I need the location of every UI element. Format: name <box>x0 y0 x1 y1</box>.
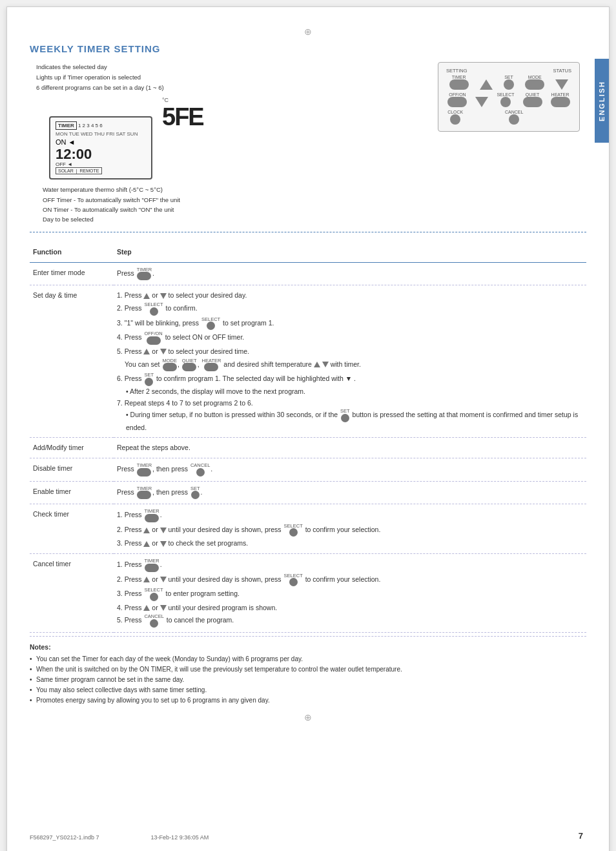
table-row: Set day & time 1. Press or to select you… <box>30 285 586 438</box>
select-btn-inline: SELECT <box>144 302 163 316</box>
timer-oval-check <box>145 514 159 522</box>
down-arrow-button-top[interactable] <box>555 79 568 90</box>
timer-oval-cancel <box>145 564 159 572</box>
setting-label: SETTING <box>446 68 467 74</box>
step-line: 3. Press SELECT to enter program setting… <box>117 588 583 601</box>
select-cancel: SELECT <box>284 573 303 587</box>
quiet-button[interactable] <box>523 97 542 107</box>
annot-bottom-2: OFF Timer - To automatically switch "OFF… <box>43 195 425 205</box>
timer-btn-wrap: TIMER <box>449 75 469 90</box>
select-button[interactable] <box>500 97 511 107</box>
footer-file: F568297_YS0212-1.indb 7 <box>30 834 99 841</box>
step-line: 7. Repeat steps 4 to 7 to set programs 2… <box>117 398 583 409</box>
down-check2 <box>160 541 167 547</box>
heater-btn-label: HEATER <box>551 92 570 97</box>
set-btn-label: SET <box>504 75 513 79</box>
down-btn-wrap-top <box>555 79 568 90</box>
timer-label-check: TIMER <box>144 509 159 514</box>
set-label-inline2: SET <box>340 409 350 414</box>
display-time-row: 12:00 <box>56 147 146 161</box>
select-circle-enter-prog <box>150 593 158 601</box>
main-table: Function Step Enter timer mode Press TIM… <box>30 242 586 633</box>
remote-row1: TIMER SET MODE <box>444 75 574 90</box>
timer-btn-label: TIMER <box>452 75 466 79</box>
mode-inline: MODE <box>162 358 177 372</box>
down-arrow <box>160 293 167 299</box>
quiet-label-inline: QUIET <box>182 358 197 364</box>
set-button[interactable] <box>504 79 514 90</box>
side-tab: ENGLISH <box>595 59 609 143</box>
select-enter-prog: SELECT <box>144 588 163 601</box>
up-btn-wrap <box>480 79 493 90</box>
diagram-section: Indicates the selected day Lights up if … <box>30 62 586 232</box>
diagram-top-annotations: Indicates the selected day Lights up if … <box>36 62 425 93</box>
off-label: OFF ◄ <box>56 161 146 167</box>
step-line: 5. Press or to select your desired time. <box>117 346 583 357</box>
header-step: Step <box>114 242 586 262</box>
step-cell: 1. Press TIMER . 2. Press or until your … <box>114 554 586 633</box>
heater-button[interactable] <box>551 97 570 107</box>
offon-oval <box>147 336 161 345</box>
mode-btn-wrap: MODE <box>525 75 544 90</box>
function-cell: Check timer <box>30 504 114 554</box>
timer-label-inline: TIMER <box>137 267 152 272</box>
step-cell: Repeat the steps above. <box>114 438 586 458</box>
display-days: MON TUE WED THU FRI SAT SUN <box>56 131 146 137</box>
step-line: 3. "1" will be blinking, press SELECT to… <box>117 317 583 331</box>
select-circle-check <box>289 528 298 537</box>
step-line: 5. Press CANCEL to cancel the program. <box>117 614 583 628</box>
timer-oval <box>137 272 151 280</box>
timer-button[interactable] <box>449 79 469 90</box>
sep: | <box>76 169 77 173</box>
table-row: Enable timer Press TIMER , then press SE… <box>30 481 586 504</box>
annot-bottom-4: Day to be selected <box>43 214 425 224</box>
side-tab-label: ENGLISH <box>598 81 606 121</box>
timer-oval-enable <box>137 491 151 499</box>
timer-label-cancel: TIMER <box>144 559 159 564</box>
mode-oval <box>163 363 177 371</box>
timer-btn-enable: TIMER <box>137 486 152 500</box>
step-line: 1. Press TIMER . <box>117 509 583 522</box>
mode-button[interactable] <box>525 79 544 90</box>
display-time: 12:00 <box>56 147 92 161</box>
shift-display-area: °C 5FE <box>162 97 203 129</box>
table-row: Disable timer Press TIMER , then press C… <box>30 458 586 482</box>
clock-button[interactable] <box>450 114 460 125</box>
step-line: 3. Press or to check the set programs. <box>117 538 583 549</box>
cancel-button[interactable] <box>509 114 519 125</box>
step-cell: Press TIMER . <box>114 262 586 285</box>
step-line: You can set MODE , QUIET , HEATER <box>125 358 583 372</box>
down-arrow-button2[interactable] <box>475 97 488 107</box>
notes-section: Notes: You can set the Timer for each da… <box>30 636 586 706</box>
step-cell: 1. Press or to select your desired day. … <box>114 285 586 438</box>
quiet-inline: QUIET <box>182 358 197 372</box>
display-on-off: ON ◄ <box>56 138 146 146</box>
up-cancel <box>143 577 150 582</box>
timer-label-disable: TIMER <box>137 463 152 468</box>
heater-oval <box>204 363 218 371</box>
annot-bottom-1: Water temperature thermo shift (-5°C ~ 5… <box>43 185 425 194</box>
display-mockup: TIMER 1 2 3 4 5 6 MON TUE WED THU FRI SA… <box>49 116 152 179</box>
up-arrow <box>143 293 150 299</box>
annot-bottom-3: ON Timer - To automatically switch "ON" … <box>43 205 425 214</box>
select-circle2 <box>207 322 215 330</box>
remote-panel: SETTING STATUS TIMER SET <box>438 62 580 132</box>
quiet-oval <box>182 363 196 371</box>
offon-button[interactable] <box>447 97 467 107</box>
mode-label-inline: MODE <box>162 358 177 364</box>
remote-row2: OFF/ON SELECT QUIET HEAT <box>444 92 574 107</box>
shift-up <box>314 362 320 367</box>
offon-label-inline: OFF/ON <box>144 331 162 336</box>
up-arrow-button[interactable] <box>480 79 493 90</box>
step-cell: Press TIMER , then press SET . <box>114 481 586 504</box>
step-cell: 1. Press TIMER . 2. Press or until your … <box>114 504 586 554</box>
select-btn-label: SELECT <box>497 92 514 97</box>
display-row1: TIMER 1 2 3 4 5 6 <box>56 121 146 130</box>
down-check <box>160 528 167 533</box>
offon-btn-label: OFF/ON <box>449 92 466 97</box>
table-row: Add/Modify timer Repeat the steps above. <box>30 438 586 458</box>
set-circle2 <box>341 414 349 422</box>
set-btn-inline2: SET <box>340 409 350 422</box>
cancel-btn-inline: CANCEL <box>190 463 210 477</box>
diagram-bottom-annotations: Water temperature thermo shift (-5°C ~ 5… <box>43 185 425 224</box>
